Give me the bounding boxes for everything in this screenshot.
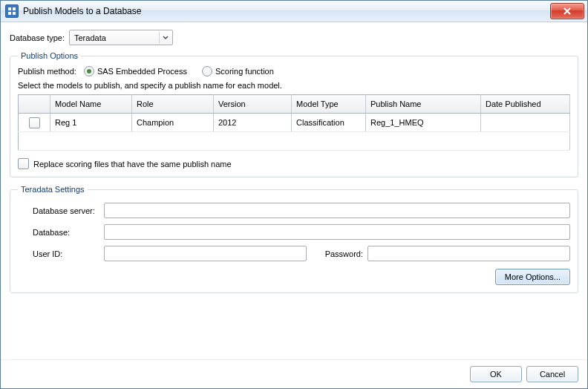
radio-scoring-function[interactable]: Scoring function [202,66,274,76]
spacer [10,301,578,353]
cell-model-type: Classification [292,114,366,132]
teradata-settings-legend: Teradata Settings [18,185,88,194]
ok-button[interactable]: OK [470,366,522,382]
table-row[interactable]: Reg 1 Champion 2012 Classification Reg_1… [19,114,570,132]
cell-role: Champion [132,114,214,132]
svg-rect-0 [8,7,11,10]
window-title: Publish Models to a Database [23,6,141,16]
title-bar: Publish Models to a Database [1,1,587,22]
replace-row: Replace scoring files that have the same… [18,158,570,169]
col-model-type[interactable]: Model Type [292,95,366,114]
close-icon [563,7,572,15]
more-options-row: More Options... [18,269,570,285]
close-button[interactable] [550,3,584,19]
database-input[interactable] [104,224,570,240]
svg-rect-2 [8,12,11,15]
db-type-label: Database type: [10,33,65,42]
radio-sas-label: SAS Embedded Process [97,67,187,76]
dialog-window: Publish Models to a Database Database ty… [0,0,588,389]
col-role[interactable]: Role [132,95,214,114]
publish-method-label: Publish method: [18,67,76,76]
cell-version: 2012 [214,114,292,132]
col-select[interactable] [19,95,50,114]
database-label: Database: [18,228,99,237]
chevron-down-icon [159,32,171,43]
radio-sas-embedded[interactable]: SAS Embedded Process [84,66,187,76]
password-label: Password: [311,249,363,258]
cell-publish-name[interactable]: Reg_1_HMEQ [366,114,481,132]
radio-scoring-label: Scoring function [215,67,274,76]
row-checkbox[interactable] [29,117,40,128]
more-options-button[interactable]: More Options... [495,269,570,285]
table-padding-row [19,132,570,151]
dialog-footer: OK Cancel [1,359,587,388]
models-table: Model Name Role Version Model Type Publi… [18,94,570,151]
replace-checkbox[interactable] [18,158,29,169]
replace-label: Replace scoring files that have the same… [33,160,232,169]
svg-rect-3 [13,12,16,15]
col-version[interactable]: Version [214,95,292,114]
password-input[interactable] [368,246,570,261]
table-header-row: Model Name Role Version Model Type Publi… [19,95,570,114]
publish-method-row: Publish method: SAS Embedded Process Sco… [18,66,570,76]
user-input[interactable] [104,246,307,261]
teradata-settings-group: Teradata Settings Database server: Datab… [10,185,578,293]
cancel-button[interactable]: Cancel [526,366,578,382]
server-label: Database server: [18,206,99,215]
db-type-value: Teradata [74,33,106,42]
server-input[interactable] [104,203,570,218]
settings-form: Database server: Database: User ID: Pass… [18,203,570,261]
svg-rect-1 [13,7,16,10]
cell-model-name: Reg 1 [50,114,132,132]
user-label: User ID: [18,249,99,258]
publish-hint: Select the models to publish, and specif… [18,81,570,90]
cell-date-published [481,114,570,132]
col-model-name[interactable]: Model Name [50,95,132,114]
col-date-published[interactable]: Date Published [481,95,570,114]
publish-options-group: Publish Options Publish method: SAS Embe… [10,51,578,177]
publish-options-legend: Publish Options [18,51,81,60]
db-type-row: Database type: Teradata [10,30,578,45]
radio-dot-icon [84,66,94,76]
col-publish-name[interactable]: Publish Name [366,95,481,114]
app-icon [5,4,19,18]
radio-dot-icon [202,66,212,76]
dialog-body: Database type: Teradata Publish Options … [1,22,587,359]
db-type-combo[interactable]: Teradata [69,30,173,45]
